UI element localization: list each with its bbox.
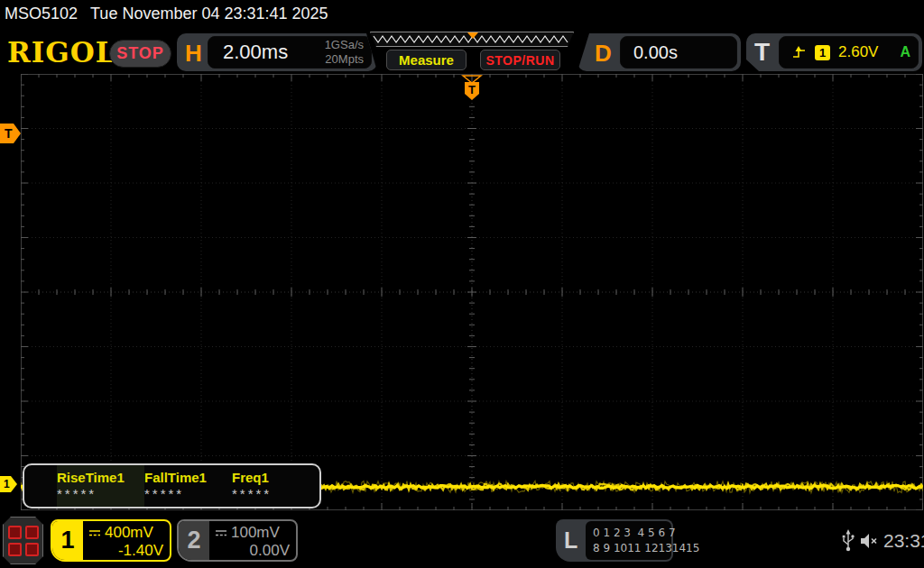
trigger-readout: 1 2.60V A (779, 36, 919, 69)
measurement-value: ***** (232, 486, 319, 501)
run-state-badge: STOP (109, 40, 171, 68)
delay-value: 0.00s (633, 42, 678, 63)
horizontal-label: H (185, 40, 202, 68)
measurement-freq[interactable]: Freq1 ***** (232, 465, 319, 507)
measurement-risetime[interactable]: RiseTime1 ***** (57, 465, 144, 507)
trigger-panel[interactable]: T 1 2.60V A (746, 33, 922, 71)
channel1-scale: 400mV (105, 524, 153, 542)
oscilloscope-screen: MSO5102 Tue November 04 23:31:41 2025 RI… (0, 0, 924, 568)
sample-rate: 1GSa/s (325, 38, 364, 52)
channel1-status-box[interactable]: 1 400mV -1.40V (51, 519, 171, 562)
measurement-label: RiseTime1 (57, 470, 144, 485)
delay-label: D (595, 40, 612, 68)
rising-edge-trigger-icon (792, 45, 807, 60)
top-info-bar: MSO5102 Tue November 04 23:31:41 2025 (5, 5, 328, 23)
datetime-text: Tue November 04 23:31:41 2025 (90, 5, 328, 23)
channel1-marker-label: 1 (4, 478, 10, 490)
clock-text: 23:31 (883, 530, 924, 552)
trigger-position-marker[interactable]: T (461, 75, 483, 102)
memory-depth: 20Mpts (325, 52, 364, 67)
menu-button[interactable] (3, 517, 43, 564)
channel2-number: 2 (179, 521, 209, 560)
measurement-falltime[interactable]: FallTime1 ***** (144, 465, 232, 507)
graticule-display[interactable] (21, 74, 923, 510)
logic-row-1: 0 1 2 3 4 5 6 7 (593, 526, 666, 541)
menu-grid-icon (8, 543, 22, 556)
run-state-label: STOP (116, 44, 164, 63)
trigger-sweep-mode: A (900, 44, 910, 60)
logic-channels-box[interactable]: L 0 1 2 3 4 5 6 7 8 9 1011 12131415 (556, 519, 673, 562)
menu-grid-icon (25, 526, 39, 539)
trigger-source-badge: 1 (815, 45, 830, 60)
trigger-level-marker-label: T (5, 126, 13, 141)
model-name: MSO5102 (5, 5, 78, 23)
acquisition-info: 1GSa/s 20Mpts (325, 38, 364, 66)
measurement-label: Freq1 (232, 470, 319, 485)
logic-label: L (564, 527, 578, 554)
menu-grid-icon (25, 543, 39, 556)
channel2-status-box[interactable]: 2 100mV 0.00V (177, 519, 298, 562)
measure-button[interactable]: Measure (386, 50, 467, 70)
dc-coupling-icon (88, 529, 101, 537)
menu-grid-icon (8, 526, 22, 539)
measurement-value: ***** (144, 486, 232, 501)
usb-icon (842, 529, 855, 553)
speaker-muted-icon (860, 532, 881, 550)
channel1-offset: -1.40V (88, 542, 163, 560)
logic-channels-list: 0 1 2 3 4 5 6 7 8 9 1011 12131415 (586, 521, 671, 560)
dc-coupling-icon (215, 529, 227, 537)
logic-row-2: 8 9 1011 12131415 (593, 541, 666, 556)
measure-button-label: Measure (399, 52, 454, 68)
trigger-position-marker-label: T (468, 83, 476, 96)
horizontal-readout: 2.00ms 1GSa/s 20Mpts (208, 36, 372, 69)
delay-panel[interactable]: D 0.00s (578, 33, 741, 71)
grid-and-waveform (21, 74, 923, 510)
channel1-number: 1 (52, 521, 83, 560)
stop-run-button[interactable]: STOP/RUN (480, 50, 560, 70)
channel2-scale: 100mV (231, 524, 280, 542)
delay-readout: 0.00s (620, 36, 737, 69)
measurement-label: FallTime1 (144, 470, 232, 485)
preview-trigger-position-icon[interactable] (467, 32, 478, 39)
trigger-level-value: 2.60V (838, 43, 878, 61)
channel2-offset: 0.00V (215, 542, 290, 560)
trigger-label: T (754, 38, 770, 67)
measurement-value: ***** (57, 486, 144, 501)
trigger-level-marker[interactable]: T (0, 124, 22, 143)
timebase-value: 2.00ms (223, 41, 288, 64)
stop-run-button-label: STOP/RUN (485, 53, 554, 68)
rigol-logo: RIGOL (7, 36, 116, 69)
channel1-position-marker[interactable]: 1 (0, 476, 18, 492)
measurement-results-panel[interactable]: RiseTime1 ***** FallTime1 ***** Freq1 **… (23, 463, 321, 508)
horizontal-panel[interactable]: H 2.00ms 1GSa/s 20Mpts (177, 33, 377, 71)
